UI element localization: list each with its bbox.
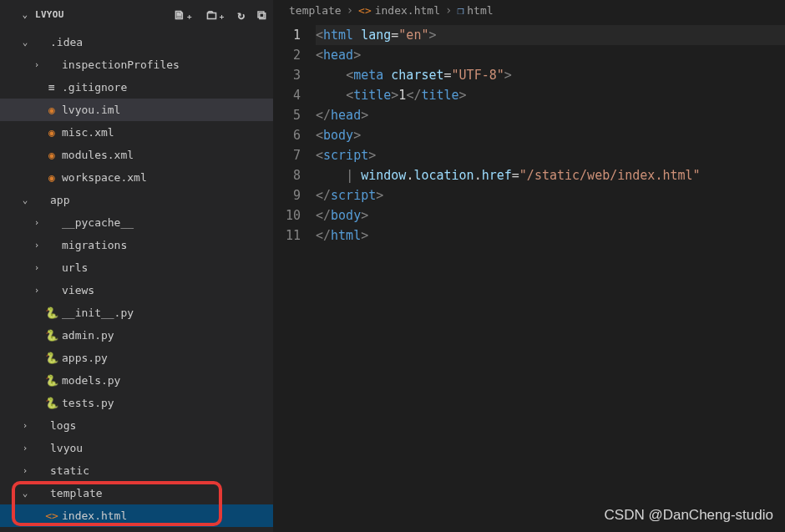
folder-item[interactable]: ⌄app: [0, 189, 273, 211]
folder-item[interactable]: ⌄.idea: [0, 31, 273, 53]
chevron-right-icon: ›: [30, 285, 43, 296]
chevron-right-icon: ›: [30, 59, 43, 70]
chevron-right-icon: ›: [445, 3, 452, 17]
folder-item[interactable]: ⌄template: [0, 482, 273, 504]
tree-item-label: tests.py: [62, 397, 114, 409]
tree-item-label: migrations: [62, 239, 127, 251]
chevron-right-icon: ›: [347, 3, 353, 17]
file-item[interactable]: ◉modules.xml: [0, 144, 273, 166]
folder-item[interactable]: ›urls: [0, 256, 273, 279]
chevron-right-icon: ›: [30, 240, 43, 251]
tree-item-label: misc.xml: [62, 126, 114, 139]
refresh-icon[interactable]: ↻: [237, 8, 245, 23]
new-folder-icon[interactable]: 🗀₊: [205, 8, 226, 23]
breadcrumb-file[interactable]: <>index.html: [358, 4, 440, 17]
tree-item-label: modules.xml: [62, 149, 134, 161]
tree-item-label: urls: [62, 261, 88, 274]
folder-item[interactable]: ›logs: [0, 414, 273, 437]
tree-item-label: models.py: [62, 374, 120, 387]
file-item[interactable]: ≡.gitignore: [0, 76, 273, 99]
code-line[interactable]: <html lang="en">: [316, 25, 785, 45]
file-item[interactable]: 🐍apps.py: [0, 347, 273, 369]
code-line[interactable]: </html>: [316, 225, 785, 246]
project-name: LVYOU: [35, 9, 64, 20]
chevron-down-icon: ⌄: [18, 195, 32, 205]
file-item[interactable]: ◉lvyou.iml: [0, 99, 273, 121]
tree-item-label: logs: [50, 419, 76, 432]
tree-item-label: .gitignore: [62, 81, 127, 94]
tree-item-label: static: [50, 464, 89, 477]
tree-item-label: apps.py: [62, 352, 108, 364]
file-item[interactable]: <>index.html: [0, 504, 273, 527]
chevron-right-icon: ›: [30, 262, 43, 273]
code-line[interactable]: <title>1</title>: [316, 85, 785, 105]
chevron-right-icon: ›: [18, 420, 32, 431]
tree-item-label: template: [50, 487, 103, 499]
code-editor[interactable]: 1234567891011 <html lang="en"><head> <me…: [274, 20, 785, 532]
file-item[interactable]: 🐍__init__.py: [0, 301, 273, 324]
collapse-icon[interactable]: ⧉: [257, 8, 266, 23]
file-item[interactable]: ◉workspace.xml: [0, 166, 273, 189]
chevron-right-icon: ›: [18, 465, 32, 476]
code-line[interactable]: </script>: [316, 185, 785, 205]
file-item[interactable]: ◉misc.xml: [0, 121, 273, 144]
chevron-right-icon: ›: [30, 217, 43, 228]
folder-item[interactable]: ›inspectionProfiles: [0, 53, 273, 76]
code-content[interactable]: <html lang="en"><head> <meta charset="UT…: [316, 25, 785, 532]
file-explorer-sidebar: ⌄ LVYOU 🗎₊ 🗀₊ ↻ ⧉ ⌄.idea›inspectionProfi…: [0, 0, 274, 532]
new-file-icon[interactable]: 🗎₊: [173, 8, 194, 23]
tree-item-label: workspace.xml: [62, 171, 147, 184]
chevron-down-icon: ⌄: [18, 37, 32, 48]
tree-item-label: inspectionProfiles: [62, 58, 180, 71]
tree-item-label: app: [50, 194, 69, 206]
tree-item-label: admin.py: [62, 329, 114, 342]
code-line[interactable]: <head>: [316, 45, 785, 65]
file-tree[interactable]: ⌄.idea›inspectionProfiles≡.gitignore◉lvy…: [0, 29, 273, 532]
folder-item[interactable]: ›static: [0, 459, 273, 482]
sidebar-header: ⌄ LVYOU 🗎₊ 🗀₊ ↻ ⧉: [0, 0, 273, 29]
code-line[interactable]: </body>: [316, 205, 785, 225]
folder-item[interactable]: ›migrations: [0, 234, 273, 256]
tree-item-label: lvyou: [50, 442, 83, 454]
chevron-right-icon: ›: [18, 443, 32, 453]
editor-pane: template › <>index.html › ❒html 12345678…: [274, 0, 785, 532]
breadcrumb[interactable]: template › <>index.html › ❒html: [274, 0, 785, 20]
chevron-down-icon[interactable]: ⌄: [18, 9, 32, 20]
code-line[interactable]: </head>: [316, 105, 785, 125]
tree-item-label: .idea: [50, 36, 83, 48]
cube-icon: ❒: [457, 4, 463, 17]
tree-item-label: views: [62, 284, 94, 296]
chevron-down-icon: ⌄: [18, 488, 32, 499]
tree-item-label: __init__.py: [62, 307, 134, 319]
folder-item[interactable]: ›__pycache__: [0, 211, 273, 234]
line-gutter: 1234567891011: [274, 25, 316, 532]
breadcrumb-symbol[interactable]: ❒html: [457, 4, 493, 17]
code-line[interactable]: <meta charset="UTF-8">: [316, 65, 785, 85]
file-item[interactable]: 🐍tests.py: [0, 392, 273, 414]
code-line[interactable]: <body>: [316, 125, 785, 145]
html-icon: <>: [358, 4, 372, 17]
breadcrumb-folder[interactable]: template: [289, 4, 342, 17]
folder-item[interactable]: ›lvyou: [0, 437, 273, 459]
sidebar-actions: 🗎₊ 🗀₊ ↻ ⧉: [173, 8, 266, 23]
file-item[interactable]: 🐍admin.py: [0, 324, 273, 347]
tree-item-label: index.html: [62, 509, 127, 522]
code-line[interactable]: | window.location.href="/static/web/inde…: [316, 165, 785, 185]
folder-item[interactable]: ›views: [0, 279, 273, 301]
file-item[interactable]: 🐍models.py: [0, 369, 273, 392]
tree-item-label: lvyou.iml: [62, 104, 120, 116]
tree-item-label: __pycache__: [62, 216, 134, 229]
code-line[interactable]: <script>: [316, 145, 785, 165]
